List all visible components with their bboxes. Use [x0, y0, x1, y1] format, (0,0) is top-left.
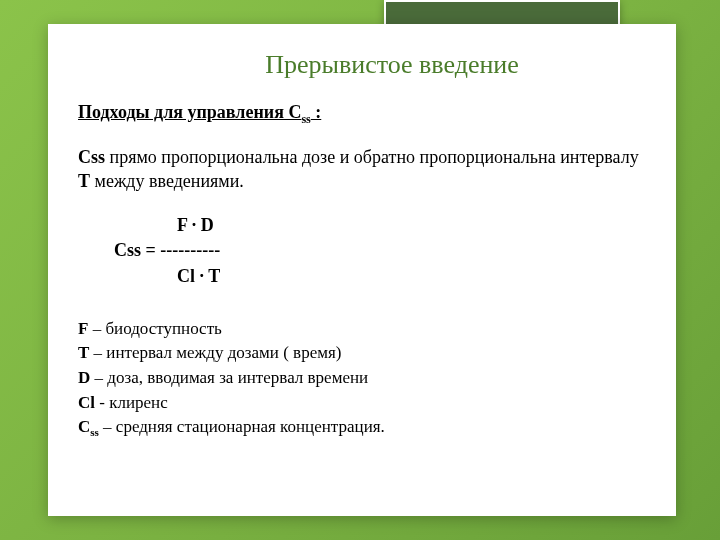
def-d-txt: – доза, вводимая за интервал времени: [90, 368, 368, 387]
def-f-txt: – биодоступность: [88, 319, 221, 338]
formula-line2: Css = ----------: [78, 240, 220, 260]
def-css-sub: ss: [90, 427, 99, 439]
def-f-sym: F: [78, 319, 88, 338]
p1a: Css: [78, 147, 105, 167]
slide-title: Прерывистое введение: [78, 50, 646, 80]
p1b: прямо пропорциональна дозе и обратно про…: [105, 147, 639, 167]
def-t: T – интервал между дозами ( время): [78, 341, 646, 366]
def-t-sym: T: [78, 343, 89, 362]
def-cl: Cl - клиренс: [78, 391, 646, 416]
formula-line1: F · D: [78, 215, 214, 235]
heading-sub: ss: [301, 112, 310, 126]
def-d: D – доза, вводимая за интервал времени: [78, 366, 646, 391]
body-paragraph: Css прямо пропорциональна дозе и обратно…: [78, 145, 646, 194]
def-t-txt: – интервал между дозами ( время): [89, 343, 341, 362]
def-d-sym: D: [78, 368, 90, 387]
formula-line3: Cl · T: [78, 266, 220, 286]
def-cl-txt: - клиренс: [95, 393, 168, 412]
def-css-sym: C: [78, 417, 90, 436]
def-css: Css – средняя стационарная концентрация.: [78, 415, 646, 441]
section-heading: Подходы для управления Css :: [78, 102, 646, 127]
heading-suffix: :: [311, 102, 322, 122]
slide-card: Прерывистое введение Подходы для управле…: [48, 24, 676, 516]
def-cl-sym: Cl: [78, 393, 95, 412]
heading-prefix: Подходы для управления C: [78, 102, 301, 122]
formula-block: F · D Css = ---------- Cl · T: [78, 213, 646, 289]
p1c: Т: [78, 171, 90, 191]
p1d: между введениями.: [90, 171, 244, 191]
definitions-list: F – биодоступность T – интервал между до…: [78, 317, 646, 442]
def-f: F – биодоступность: [78, 317, 646, 342]
def-css-txt: – средняя стационарная концентрация.: [99, 417, 385, 436]
